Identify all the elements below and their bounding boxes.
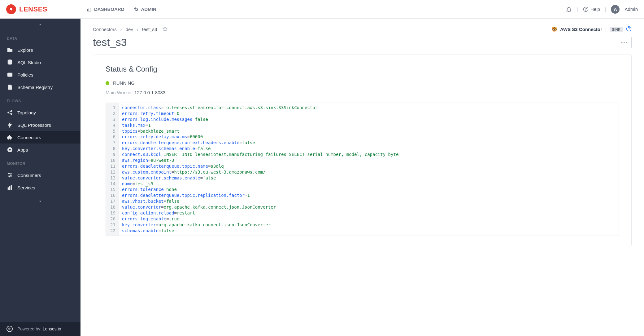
help-icon — [626, 26, 632, 32]
svg-rect-9 — [8, 73, 12, 77]
worker-label: Main Worker: — [106, 90, 134, 95]
folder-icon — [7, 47, 13, 53]
config-editor[interactable]: 12345678910111213141516171819202122 conn… — [106, 103, 619, 236]
svg-point-11 — [8, 112, 9, 113]
topbar-right: | Help | A Admin — [566, 5, 638, 14]
main: Connectors › dev › test_s3 🐯 AWS S3 Conn… — [80, 19, 644, 336]
logo-icon — [6, 4, 16, 14]
record-icon — [7, 147, 13, 153]
sidebar-item-schema-registry[interactable]: Schema Registry — [0, 81, 80, 93]
sidebar-item-connectors[interactable]: Connectors — [0, 131, 80, 144]
more-actions-button[interactable] — [617, 37, 632, 48]
svg-point-15 — [9, 149, 11, 151]
file-text-icon — [7, 84, 13, 90]
nav-admin[interactable]: ADMIN — [134, 7, 156, 12]
svg-rect-5 — [87, 11, 91, 11]
sidebar-item-label: Schema Registry — [17, 85, 53, 90]
id-card-icon — [7, 72, 13, 78]
database-icon — [7, 59, 13, 65]
connector-help[interactable] — [626, 26, 632, 33]
svg-point-16 — [8, 173, 9, 174]
svg-rect-20 — [9, 187, 10, 190]
sidebar-scroll-up[interactable] — [0, 19, 80, 32]
star-icon — [163, 26, 168, 31]
chevron-down-icon — [38, 199, 43, 204]
sidebar-section-title: MONITOR — [0, 158, 80, 169]
config-code: connector.class=io.lenses.streamreactor.… — [119, 103, 402, 236]
svg-rect-1 — [11, 10, 11, 11]
chart-icon — [87, 7, 92, 12]
logo-text: LENSES — [19, 5, 47, 13]
sidebar-item-services[interactable]: Services — [0, 181, 80, 194]
svg-point-10 — [9, 74, 10, 75]
back-icon[interactable] — [6, 325, 13, 332]
sidebar-scroll-down[interactable] — [0, 195, 80, 208]
help-icon — [583, 7, 589, 12]
svg-point-12 — [11, 110, 12, 112]
sidebar: DATAExploreSQL StudioPoliciesSchema Regi… — [0, 19, 80, 336]
logo[interactable]: LENSES — [6, 4, 80, 14]
svg-rect-4 — [90, 7, 90, 11]
svg-point-27 — [626, 42, 627, 43]
breadcrumb: Connectors › dev › test_s3 — [93, 26, 168, 32]
sidebar-item-apps[interactable]: Apps — [0, 144, 80, 156]
sidebar-section-title: DATA — [0, 33, 80, 44]
sidebar-item-label: SQL Studio — [17, 60, 41, 65]
page-title: test_s3 — [93, 36, 127, 48]
gear-icon — [134, 7, 139, 12]
puzzle-icon — [7, 134, 13, 140]
sliders-icon — [7, 172, 13, 178]
help-link[interactable]: Help — [583, 7, 600, 12]
avatar[interactable]: A — [611, 5, 620, 14]
svg-rect-19 — [8, 188, 9, 190]
svg-rect-21 — [11, 185, 12, 189]
svg-rect-2 — [87, 9, 88, 11]
status-indicator — [106, 81, 109, 85]
line-gutter: 12345678910111213141516171819202122 — [106, 103, 119, 236]
sidebar-item-label: Topology — [17, 110, 36, 115]
sidebar-footer: Powered by: Lenses.io — [0, 322, 80, 336]
chart-icon — [7, 184, 13, 191]
sidebar-item-label: Explore — [17, 47, 33, 53]
svg-point-24 — [629, 30, 629, 30]
breadcrumb-dev[interactable]: dev — [126, 27, 133, 32]
sidebar-item-sql-studio[interactable]: SQL Studio — [0, 56, 80, 69]
sidebar-item-policies[interactable]: Policies — [0, 69, 80, 81]
svg-point-17 — [11, 175, 11, 175]
favorite-button[interactable] — [161, 26, 168, 32]
svg-point-26 — [624, 42, 625, 43]
sidebar-item-sql-processors[interactable]: SQL Processors — [0, 119, 80, 131]
svg-rect-3 — [89, 8, 89, 11]
breadcrumb-current: test_s3 — [142, 27, 157, 32]
sidebar-item-explore[interactable]: Explore — [0, 44, 80, 56]
sidebar-item-label: Apps — [17, 147, 28, 153]
sidebar-item-consumers[interactable]: Consumers — [0, 169, 80, 181]
dots-icon — [621, 42, 628, 43]
notifications-button[interactable] — [566, 6, 572, 12]
share-icon — [7, 109, 13, 116]
svg-point-13 — [11, 113, 12, 115]
section-title: Status & Config — [106, 65, 619, 73]
breadcrumb-connectors[interactable]: Connectors — [93, 27, 117, 32]
nav-dashboard[interactable]: DASHBOARD — [87, 7, 124, 12]
powered-by-link[interactable]: Lenses.io — [43, 326, 61, 331]
sidebar-item-label: Connectors — [17, 135, 41, 140]
svg-point-0 — [10, 8, 12, 10]
sidebar-item-label: Services — [17, 185, 35, 190]
svg-point-18 — [9, 176, 10, 177]
status-config-card: Status & Config RUNNING Main Worker: 127… — [93, 55, 632, 246]
status-text: RUNNING — [113, 80, 135, 86]
worker-value: 127.0.0.1:8083 — [134, 90, 165, 95]
sidebar-item-label: SQL Processors — [17, 122, 51, 128]
svg-point-25 — [621, 42, 623, 43]
sidebar-item-label: Policies — [17, 72, 33, 77]
svg-point-7 — [586, 10, 586, 11]
topbar: LENSES DASHBOARD ADMIN | Help | A Admin — [0, 0, 644, 19]
sidebar-item-topology[interactable]: Topology — [0, 106, 80, 119]
sidebar-item-label: Consumers — [17, 173, 41, 178]
chevron-up-icon — [38, 22, 43, 27]
topnav: DASHBOARD ADMIN — [87, 7, 156, 12]
connector-direction-badge: SINK — [610, 27, 623, 32]
user-name[interactable]: Admin — [624, 7, 638, 12]
sidebar-section-title: FLOWS — [0, 96, 80, 106]
